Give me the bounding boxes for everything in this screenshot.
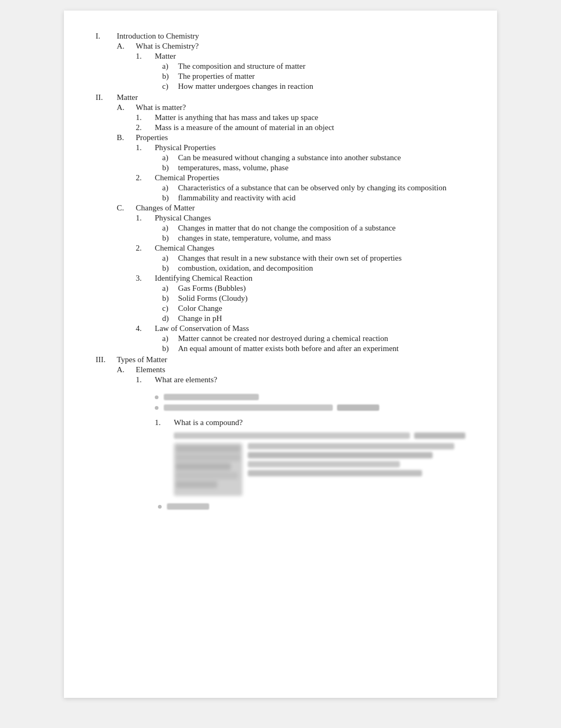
redacted-dot-bottom: [158, 505, 162, 509]
redacted-image-block: [174, 443, 465, 496]
ii-c-2-marker: 2.: [136, 244, 155, 253]
section-i-a-label: What is Chemistry?: [136, 42, 199, 51]
redacted-right-text: [248, 443, 465, 479]
ii-c-3-a-marker: a): [162, 284, 178, 293]
ii-c-4-sub: a) Matter cannot be created nor destroye…: [162, 334, 465, 353]
ii-c-2-sub: a) Changes that result in a new substanc…: [162, 254, 465, 273]
ii-b-2-b-label: flammability and reactivity with acid: [178, 193, 465, 202]
compound-1-label: What is a compound?: [174, 418, 242, 427]
ii-c-1-sub: a) Changes in matter that do not change …: [162, 224, 465, 243]
ii-c-3-c-marker: c): [162, 304, 178, 313]
section-ii-a-label: What is matter?: [136, 103, 186, 112]
ii-c-1-marker: 1.: [136, 214, 155, 223]
section-i-marker: I.: [96, 32, 117, 41]
ii-c-3-b-marker: b): [162, 294, 178, 303]
section-iii-a-label: Elements: [136, 365, 165, 374]
ii-c-3-a-label: Gas Forms (Bubbles): [178, 284, 465, 293]
redacted-left-image: [174, 443, 242, 496]
redacted-bottom-dot: [158, 503, 465, 510]
ii-b-1-b-label: temperatures, mass, volume, phase: [178, 163, 465, 172]
section-ii-c: C. Changes of Matter 1. Physical Changes…: [117, 204, 465, 353]
section-iii-label: Types of Matter: [117, 355, 167, 364]
redacted-bar-bottom: [167, 503, 209, 510]
ii-c-3-sub: a) Gas Forms (Bubbles) b) Solid Forms (C…: [162, 284, 465, 323]
section-iii-a: A. Elements 1. What are elements?: [117, 365, 465, 384]
redacted-bar-2b: [337, 404, 379, 411]
redacted-bar-1: [164, 394, 259, 400]
ii-c-1-b-label: changes in state, temperature, volume, a…: [178, 234, 465, 243]
ii-c-2-a-label: Changes that result in a new substance w…: [178, 254, 465, 263]
ii-b-2-a-label: Characteristics of a substance that can …: [178, 183, 465, 192]
ii-c-1-a-marker: a): [162, 224, 178, 233]
ii-a-2-label: Mass is a measure of the amount of mater…: [155, 123, 334, 132]
i-a-1-a-marker: a): [162, 62, 178, 71]
compound-1-marker: 1.: [155, 418, 174, 427]
ii-c-2-b-label: combustion, oxidation, and decomposition: [178, 264, 465, 273]
ii-a-2-marker: 2.: [136, 123, 155, 132]
section-iii-a-items: 1. What are elements?: [136, 375, 465, 384]
section-i-a-1-label: Matter: [155, 52, 176, 61]
ii-c-3-d-label: Change in pH: [178, 314, 465, 323]
i-a-1-b-marker: b): [162, 72, 178, 81]
section-i-a-marker: A.: [117, 42, 136, 51]
ii-b-1-a-marker: a): [162, 153, 178, 162]
iii-a-1-label: What are elements?: [155, 375, 217, 384]
section-ii-b: B. Properties 1. Physical Properties a) …: [117, 133, 465, 202]
redacted-elements-content: [155, 394, 465, 411]
i-a-1-c-marker: c): [162, 82, 178, 91]
section-ii-b-items: 1. Physical Properties a) Can be measure…: [136, 143, 465, 202]
ii-b-2-label: Chemical Properties: [155, 173, 219, 182]
section-ii-b-label: Properties: [136, 133, 168, 142]
redacted-compound-content: [174, 432, 465, 510]
section-ii-a-marker: A.: [117, 103, 136, 112]
section-ii-b-marker: B.: [117, 133, 136, 142]
section-i-a-1-marker: 1.: [136, 52, 155, 61]
ii-c-3-b-label: Solid Forms (Cloudy): [178, 294, 465, 303]
i-a-1-c-label: How matter undergoes changes in reaction: [178, 82, 465, 91]
ii-b-1-sub: a) Can be measured without changing a su…: [162, 153, 465, 172]
redacted-compound-bar-top: [174, 432, 410, 439]
redacted-dot-2: [155, 406, 158, 410]
section-ii-a-items: 1. Matter is anything that has mass and …: [136, 113, 465, 132]
section-i-a-1: 1. Matter a) The composition and structu…: [136, 52, 465, 91]
section-i-a-1-sub: a) The composition and structure of matt…: [162, 62, 465, 91]
redacted-compound-bar-top2: [414, 432, 465, 439]
ii-c-2-a-marker: a): [162, 254, 178, 263]
redacted-dot-1: [155, 395, 158, 399]
ii-c-2-label: Chemical Changes: [155, 244, 214, 253]
ii-c-4-a-label: Matter cannot be created nor destroyed d…: [178, 334, 465, 343]
ii-a-1-label: Matter is anything that has mass and tak…: [155, 113, 319, 122]
iii-a-1-marker: 1.: [136, 375, 155, 384]
ii-b-2-b-marker: b): [162, 193, 178, 202]
section-ii: II. Matter A. What is matter? 1. Matter …: [96, 93, 465, 353]
ii-c-3-c-label: Color Change: [178, 304, 465, 313]
i-a-1-a-label: The composition and structure of matter: [178, 62, 465, 71]
ii-b-1-label: Physical Properties: [155, 143, 216, 152]
ii-c-1-label: Physical Changes: [155, 214, 211, 223]
ii-c-4-b-label: An equal amount of matter exists both be…: [178, 344, 465, 353]
section-ii-label: Matter: [117, 93, 138, 102]
ii-c-3-d-marker: d): [162, 314, 178, 323]
document-page: I. Introduction to Chemistry A. What is …: [64, 11, 497, 698]
ii-c-4-a-marker: a): [162, 334, 178, 343]
compound-section: 1. What is a compound?: [96, 418, 465, 427]
ii-b-1-a-label: Can be measured without changing a subst…: [178, 153, 465, 162]
ii-c-4-b-marker: b): [162, 344, 178, 353]
ii-b-2-a-marker: a): [162, 183, 178, 192]
ii-c-4-label: Law of Conservation of Mass: [155, 324, 249, 333]
ii-c-2-b-marker: b): [162, 264, 178, 273]
section-ii-c-marker: C.: [117, 204, 136, 213]
section-ii-a: A. What is matter? 1. Matter is anything…: [117, 103, 465, 132]
ii-c-4-marker: 4.: [136, 324, 155, 333]
section-iii: III. Types of Matter A. Elements 1. What…: [96, 355, 465, 384]
section-i: I. Introduction to Chemistry A. What is …: [96, 32, 465, 91]
section-iii-marker: III.: [96, 355, 117, 364]
section-iii-a-marker: A.: [117, 365, 136, 374]
ii-c-3-marker: 3.: [136, 274, 155, 283]
section-ii-c-label: Changes of Matter: [136, 204, 195, 213]
ii-b-2-marker: 2.: [136, 173, 155, 182]
redacted-bar-2: [164, 404, 333, 411]
ii-c-3-label: Identifying Chemical Reaction: [155, 274, 253, 283]
ii-b-1-b-marker: b): [162, 163, 178, 172]
section-ii-marker: II.: [96, 93, 117, 102]
